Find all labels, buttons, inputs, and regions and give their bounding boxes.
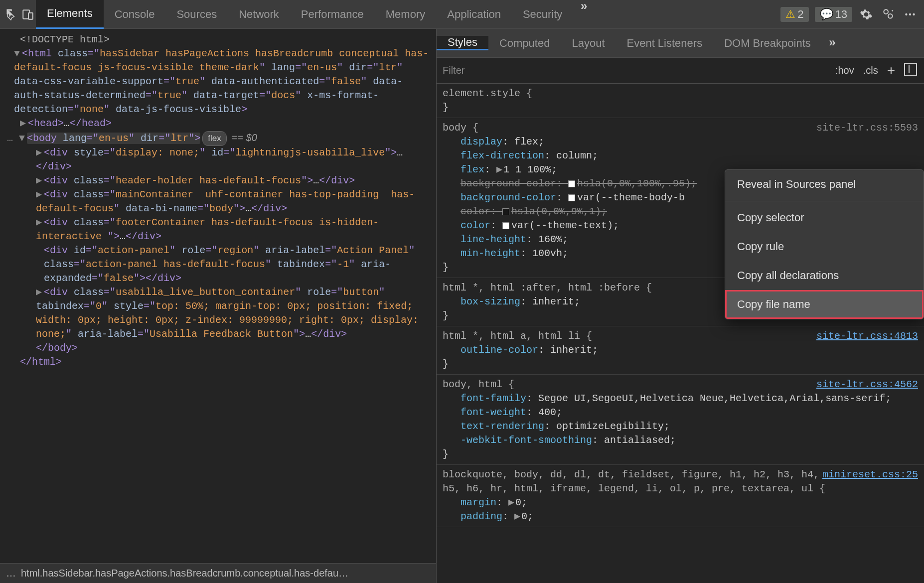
- div-action-panel[interactable]: <div id="action-panel" role="region" ari…: [7, 244, 431, 286]
- new-rule-icon[interactable]: +: [887, 63, 895, 79]
- dom-tree[interactable]: <!DOCTYPE html> ▼<html class="hasSidebar…: [0, 29, 436, 563]
- html-open[interactable]: ▼<html class="hasSidebar hasPageActions …: [7, 47, 431, 117]
- svg-point-3: [888, 13, 893, 18]
- device-toggle-icon[interactable]: [20, 6, 36, 22]
- menu-reveal-sources[interactable]: Reveal in Sources panel: [725, 170, 924, 199]
- tab-network[interactable]: Network: [228, 0, 290, 29]
- settings-icon[interactable]: [858, 6, 874, 22]
- warning-icon: [785, 8, 795, 21]
- message-icon: [820, 8, 833, 21]
- tab-performance[interactable]: Performance: [290, 0, 375, 29]
- elements-panel: <!DOCTYPE html> ▼<html class="hasSidebar…: [0, 29, 437, 583]
- color-swatch-icon[interactable]: [568, 180, 575, 187]
- svg-point-2: [884, 9, 888, 14]
- main-toolbar: Elements Console Sources Network Perform…: [0, 0, 924, 29]
- main-tabs: Elements Console Sources Network Perform…: [36, 0, 595, 29]
- svg-point-5: [909, 13, 911, 15]
- doctype[interactable]: <!DOCTYPE html>: [7, 33, 431, 47]
- tab-sources[interactable]: Sources: [165, 0, 228, 29]
- source-link[interactable]: minireset.css:25: [822, 468, 918, 482]
- div-footer[interactable]: ▶<div class="footerContainer has-default…: [7, 216, 431, 244]
- head-node[interactable]: ▶<head>…</head>: [7, 117, 431, 131]
- more-tabs-icon[interactable]: »: [573, 0, 594, 29]
- div-lightning[interactable]: ▶<div style="display: none;" id="lightni…: [7, 146, 431, 174]
- div-main[interactable]: ▶<div class="mainContainer uhf-container…: [7, 188, 431, 216]
- more-styles-tabs-icon[interactable]: »: [822, 36, 843, 50]
- tab-security[interactable]: Security: [512, 0, 573, 29]
- tab-styles[interactable]: Styles: [437, 36, 488, 50]
- breadcrumb-path[interactable]: html.hasSidebar.hasPageActions.hasBreadc…: [21, 568, 348, 579]
- styles-content[interactable]: element.style { } site-ltr.css:5593 body…: [437, 84, 924, 583]
- styles-tabs: Styles Computed Layout Event Listeners D…: [437, 29, 924, 58]
- tab-elements[interactable]: Elements: [36, 0, 104, 29]
- div-usabilla[interactable]: ▶<div class="usabilla_live_button_contai…: [7, 286, 431, 341]
- styles-panel: Styles Computed Layout Event Listeners D…: [437, 29, 924, 583]
- breadcrumb-dots: …: [6, 568, 16, 579]
- warning-count: 2: [797, 8, 803, 21]
- menu-copy-selector[interactable]: Copy selector: [725, 203, 924, 232]
- body-html-rule[interactable]: site-ltr.css:4562 body, html { font-fami…: [437, 375, 924, 465]
- tab-memory[interactable]: Memory: [375, 0, 436, 29]
- menu-copy-rule[interactable]: Copy rule: [725, 232, 924, 261]
- context-menu: Reveal in Sources panel Copy selector Co…: [725, 169, 924, 319]
- layout-icon[interactable]: [904, 63, 917, 78]
- html-close[interactable]: </html>: [7, 355, 431, 369]
- tab-application[interactable]: Application: [436, 0, 512, 29]
- message-count: 13: [835, 8, 847, 21]
- svg-point-6: [913, 13, 915, 15]
- source-link[interactable]: site-ltr.css:4813: [816, 329, 918, 343]
- breadcrumb[interactable]: … html.hasSidebar.hasPageActions.hasBrea…: [0, 563, 436, 583]
- tab-computed[interactable]: Computed: [488, 37, 561, 50]
- color-swatch-icon[interactable]: [568, 194, 575, 201]
- toolbar-right: 2 13: [780, 6, 924, 22]
- dollar-zero: == $0: [232, 132, 257, 143]
- styles-toolbar: :hov .cls +: [437, 58, 924, 84]
- source-link[interactable]: site-ltr.css:5593: [816, 121, 918, 135]
- color-swatch-icon[interactable]: [502, 208, 509, 215]
- toolbar-left: [0, 6, 36, 22]
- hov-button[interactable]: :hov: [835, 65, 854, 76]
- tab-event-listeners[interactable]: Event Listeners: [616, 37, 714, 50]
- filter-input[interactable]: [443, 65, 835, 76]
- warnings-badge[interactable]: 2: [780, 7, 808, 22]
- messages-badge[interactable]: 13: [815, 7, 852, 22]
- cls-button[interactable]: .cls: [863, 65, 878, 76]
- body-node-selected[interactable]: … ▼<body lang="en-us" dir="ltr">flex== $…: [7, 131, 431, 146]
- html-a-li-rule[interactable]: site-ltr.css:4813 html *, html a, html l…: [437, 326, 924, 375]
- more-icon[interactable]: [902, 6, 918, 22]
- menu-copy-file-name[interactable]: Copy file name: [725, 290, 924, 319]
- svg-rect-1: [28, 12, 33, 19]
- tab-console[interactable]: Console: [104, 0, 166, 29]
- body-close[interactable]: </body>: [7, 341, 431, 355]
- reset-rule[interactable]: minireset.css:25 blockquote, body, dd, d…: [437, 465, 924, 527]
- color-swatch-icon[interactable]: [502, 222, 509, 229]
- customize-icon[interactable]: [880, 6, 896, 22]
- tab-layout[interactable]: Layout: [561, 37, 616, 50]
- element-style-rule[interactable]: element.style { }: [437, 84, 924, 118]
- svg-point-4: [905, 13, 907, 15]
- flex-pill: flex: [202, 131, 226, 146]
- main-area: <!DOCTYPE html> ▼<html class="hasSidebar…: [0, 29, 924, 583]
- tab-dom-breakpoints[interactable]: DOM Breakpoints: [713, 37, 822, 50]
- source-link[interactable]: site-ltr.css:4562: [816, 378, 918, 392]
- inspect-icon[interactable]: [4, 6, 20, 22]
- menu-copy-declarations[interactable]: Copy all declarations: [725, 261, 924, 290]
- div-header[interactable]: ▶<div class="header-holder has-default-f…: [7, 174, 431, 188]
